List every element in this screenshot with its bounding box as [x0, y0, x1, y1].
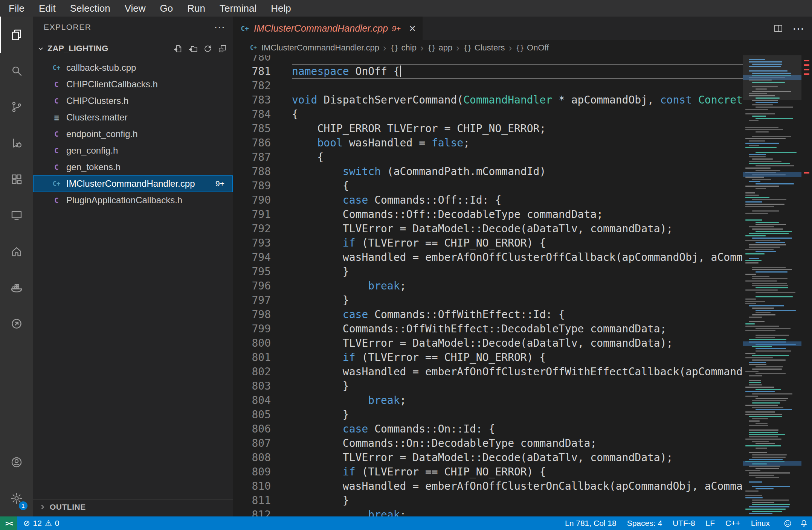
- menu-item-run[interactable]: Run: [180, 0, 212, 17]
- h-file-icon: C: [50, 196, 63, 204]
- code-line: 809 if (TLVError == CHIP_NO_ERROR) {: [233, 465, 743, 479]
- line-content: CHIP_ERROR TLVError = CHIP_NO_ERROR;: [292, 122, 743, 136]
- file-item[interactable]: Cgen_config.h: [33, 142, 233, 159]
- breadcrumb-item[interactable]: {}Clusters: [463, 43, 505, 53]
- menu-item-file[interactable]: File: [2, 0, 32, 17]
- extensions-icon[interactable]: [0, 161, 33, 197]
- split-editor-icon[interactable]: [773, 23, 783, 34]
- line-number: 793: [233, 236, 292, 250]
- refresh-icon[interactable]: [203, 44, 212, 53]
- code-line: 790 case Commands::Off::Id: {: [233, 193, 743, 207]
- new-folder-icon[interactable]: [189, 44, 197, 53]
- menu-item-selection[interactable]: Selection: [63, 0, 118, 17]
- line-content: }: [292, 493, 743, 508]
- code-line: 800 TLVError = DataModel::Decode(aDataTl…: [233, 336, 743, 350]
- code-line: 796 break;: [233, 279, 743, 293]
- line-content: break;: [292, 508, 743, 516]
- menu-item-go[interactable]: Go: [153, 0, 180, 17]
- remote-explorer-icon[interactable]: [0, 197, 33, 233]
- file-item[interactable]: CCHIPClientCallbacks.h: [33, 76, 233, 93]
- minimap-line: [745, 357, 773, 358]
- more-actions-icon[interactable]: ⋯: [792, 23, 804, 35]
- line-content: wasHandled = emberAfOnOffClusterOnCallba…: [292, 479, 743, 493]
- code-line: 810 wasHandled = emberAfOnOffClusterOnCa…: [233, 479, 743, 493]
- tab-bar: C+ IMClusterCommandHandler.cpp 9+ × ⋯: [233, 17, 812, 40]
- minimap-line: [745, 414, 782, 415]
- close-icon[interactable]: ×: [409, 23, 416, 34]
- line-number: 791: [233, 207, 292, 222]
- minimap-line: [745, 147, 777, 148]
- minimap-line: [745, 439, 781, 440]
- new-file-icon[interactable]: [174, 44, 183, 53]
- feedback-smiley-icon[interactable]: [780, 519, 796, 528]
- status-lf[interactable]: LF: [701, 519, 720, 528]
- line-number: 802: [233, 365, 292, 379]
- line-content: switch (aCommandPath.mCommandId): [292, 164, 743, 179]
- explorer-title: EXPLORER: [44, 23, 91, 32]
- collapse-all-icon[interactable]: [218, 44, 227, 53]
- breadcrumb-item[interactable]: {}app: [427, 43, 453, 53]
- status-linux[interactable]: Linux: [746, 519, 775, 528]
- code-editor[interactable]: 780781namespace OnOff {782783void Dispat…: [233, 55, 812, 516]
- menu-item-help[interactable]: Help: [264, 0, 298, 17]
- line-number: 812: [233, 508, 292, 516]
- file-item[interactable]: C+IMClusterCommandHandler.cpp9+: [33, 175, 233, 192]
- file-item[interactable]: Cgen_tokens.h: [33, 159, 233, 175]
- minimap-line: [745, 109, 768, 110]
- section-zap-lighting[interactable]: ZAP_LIGHTING: [33, 38, 233, 59]
- home-icon[interactable]: [0, 233, 33, 270]
- minimap-line: [752, 276, 769, 277]
- search-icon[interactable]: [0, 53, 33, 89]
- explorer-icon[interactable]: [0, 17, 33, 53]
- status-right-items: Ln 781, Col 18Spaces: 4UTF-8LFC++Linux: [560, 516, 780, 530]
- code-line: 783void DispatchServerCommand(CommandHan…: [233, 93, 743, 107]
- file-item[interactable]: CPluginApplicationCallbacks.h: [33, 192, 233, 209]
- status-spaces-4[interactable]: Spaces: 4: [622, 519, 667, 528]
- file-item[interactable]: C+callback-stub.cpp: [33, 59, 233, 76]
- chevron-down-icon: [37, 45, 44, 52]
- account-icon[interactable]: [0, 444, 33, 480]
- file-item[interactable]: CCHIPClusters.h: [33, 93, 233, 109]
- minimap-line: [752, 314, 775, 315]
- breadcrumb-item[interactable]: {}chip: [390, 43, 417, 53]
- docker-icon[interactable]: [0, 270, 33, 306]
- problems-status[interactable]: ⊘ 12 ⚠ 0: [17, 516, 65, 530]
- minimap-slider[interactable]: [743, 55, 801, 100]
- breadcrumb-item[interactable]: C+IMClusterCommandHandler.cpp: [249, 43, 379, 53]
- minimap-line: [749, 459, 783, 460]
- namespace-icon: {}: [390, 44, 399, 52]
- file-name: gen_tokens.h: [66, 162, 121, 172]
- minimap-line: [745, 143, 779, 144]
- outline-section[interactable]: OUTLINE: [33, 500, 233, 514]
- file-item[interactable]: ≡Clusters.matter: [33, 109, 233, 126]
- code-line: 811 }: [233, 493, 743, 508]
- minimap-line: [756, 251, 776, 252]
- file-name: PluginApplicationCallbacks.h: [66, 195, 182, 206]
- minimap-line: [756, 468, 779, 469]
- remote-indicator[interactable]: ><: [0, 516, 17, 530]
- h-file-icon: C: [50, 163, 63, 171]
- menu-item-terminal[interactable]: Terminal: [212, 0, 264, 17]
- run-debug-icon[interactable]: [0, 125, 33, 161]
- line-content: TLVError = DataModel::Decode(aDataTlv, c…: [292, 222, 743, 236]
- file-item[interactable]: Cendpoint_config.h: [33, 126, 233, 142]
- source-control-icon[interactable]: [0, 89, 33, 125]
- minimap[interactable]: [743, 55, 801, 516]
- breadcrumb-item[interactable]: {}OnOff: [516, 43, 549, 53]
- minimap-line: [752, 500, 789, 501]
- minimap-line: [745, 195, 759, 196]
- status-ln-781-col-18[interactable]: Ln 781, Col 18: [560, 519, 622, 528]
- circle-arrow-icon[interactable]: [0, 306, 33, 342]
- line-content: [292, 55, 743, 64]
- tab-imclustercommandhandler[interactable]: C+ IMClusterCommandHandler.cpp 9+ ×: [233, 17, 423, 40]
- settings-gear-icon[interactable]: 1: [0, 480, 33, 516]
- code-line: 792 TLVError = DataModel::Decode(aDataTl…: [233, 222, 743, 236]
- line-number: 781: [233, 64, 292, 79]
- notifications-bell-icon[interactable]: [796, 519, 812, 528]
- more-actions-icon[interactable]: ⋯: [214, 21, 225, 33]
- menu-item-edit[interactable]: Edit: [32, 0, 63, 17]
- code-line: 801 if (TLVError == CHIP_NO_ERROR) {: [233, 350, 743, 365]
- status-c[interactable]: C++: [720, 519, 746, 528]
- menu-item-view[interactable]: View: [118, 0, 153, 17]
- status-utf-8[interactable]: UTF-8: [667, 519, 701, 528]
